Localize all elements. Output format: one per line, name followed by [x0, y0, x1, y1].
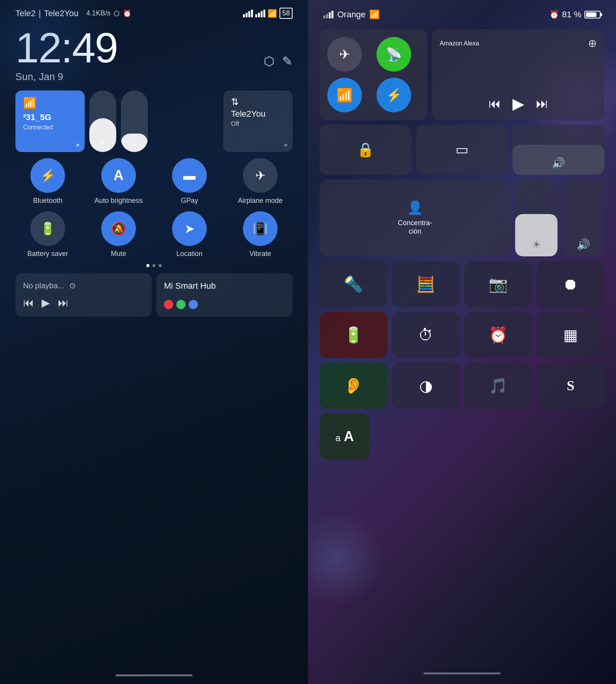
cc-battery-tile[interactable]: 🔋 — [320, 312, 387, 358]
cc-play-btn[interactable]: ▶ — [512, 95, 524, 112]
cc-row-7: a A — [320, 413, 604, 460]
gpay-circle: ▬ — [172, 158, 207, 193]
cc-icon-row-2: 🔋 ⏱ ⏰ ▦ — [320, 312, 604, 358]
mobile-status: Off — [231, 120, 285, 127]
cc-music-tile[interactable]: Amazon Alexa ⊕ ⏮ ▶ ⏭ — [432, 29, 604, 120]
cc-textsize-tile[interactable]: a A — [320, 413, 370, 460]
media-slider-icon: ♫ — [131, 137, 138, 147]
clock-date: Sun, Jan 9 — [15, 71, 293, 83]
wifi-tile[interactable]: 📶 ²31_5G Connected — [15, 90, 85, 152]
airplane-btn[interactable]: ✈ Airplane mode — [228, 158, 293, 205]
cc-volume-icon-placeholder: 🔊 — [552, 157, 565, 169]
cc-row-medium: 🔒 ▭ 🔊 — [320, 125, 604, 175]
cc-next-btn[interactable]: ⏭ — [536, 97, 548, 111]
mi-hub-card[interactable]: Mi Smart Hub — [156, 273, 293, 317]
cc-mirror-tile[interactable]: ▭ — [416, 125, 508, 175]
cc-airplay-icon[interactable]: ⊕ — [588, 37, 597, 50]
cc-alarm-tile[interactable]: ⏰ — [464, 312, 532, 358]
cc-timer-tile[interactable]: ⏱ — [392, 312, 460, 358]
location-btn[interactable]: ➤ Location — [157, 211, 222, 258]
bluetooth-label: Bluetooth — [33, 197, 62, 205]
cc-wifi-btn[interactable]: 📶 — [327, 78, 362, 112]
prev-btn-1[interactable]: ⏮ — [23, 296, 34, 309]
slider-container: ☀ ♫ — [89, 90, 219, 152]
media-card-1[interactable]: No playba... ⊙ ⏮ ▶ ⏭ — [15, 273, 152, 317]
media-controls-1: ⏮ ▶ ⏭ — [23, 296, 144, 309]
location-circle: ➤ — [172, 211, 207, 246]
mi-dot-green — [176, 300, 186, 309]
quick-tiles: 📶 ²31_5G Connected ☀ ♫ ⇅ Tele2You Off — [15, 90, 293, 152]
signal-bars-2 — [255, 10, 265, 17]
cc-timer-icon: ⏱ — [418, 326, 434, 344]
cc-brightness-slider[interactable]: ☀ — [515, 179, 557, 256]
cc-focus-icon: 👤 — [407, 200, 423, 215]
alarm-icon: ⏰ — [123, 9, 131, 18]
cc-focus-tile[interactable]: 👤 Concentra-ción — [320, 179, 511, 256]
cc-sound-search-tile[interactable]: 🎵 — [464, 363, 532, 409]
next-btn-1[interactable]: ⏭ — [58, 296, 69, 309]
vibrate-label: Vibrate — [249, 250, 271, 258]
bluetooth-icon: ⚡ — [40, 168, 55, 183]
cc-hotspot-btn[interactable]: 📡 — [377, 37, 411, 72]
auto-brightness-btn[interactable]: A Auto brightness — [86, 158, 151, 205]
media-slider[interactable]: ♫ — [121, 90, 148, 152]
signal-bar-4 — [251, 10, 253, 17]
mute-circle: 🔕 — [101, 211, 136, 246]
gpay-btn[interactable]: ▬ GPay — [157, 158, 222, 205]
mi-hub-dots — [164, 300, 285, 309]
cc-prev-btn[interactable]: ⏮ — [489, 97, 501, 111]
mobile-tile[interactable]: ⇅ Tele2You Off — [223, 90, 293, 152]
cc-hotspot-icon: 📡 — [386, 47, 402, 62]
bt-icon: ⬡ — [114, 9, 120, 18]
battery-pct-right: 81 % — [562, 10, 581, 20]
cc-icon-row-3: 👂 ◑ 🎵 S — [320, 363, 604, 409]
cc-camera-icon: 📷 — [489, 275, 508, 293]
mi-hub-title: Mi Smart Hub — [164, 281, 285, 291]
bluetooth-btn[interactable]: ⚡ Bluetooth — [15, 158, 80, 205]
cc-camera-tile[interactable]: 📷 — [464, 261, 532, 307]
cc-connectivity-group: ✈ 📡 📶 ⚡ — [320, 29, 427, 120]
play-btn-1[interactable]: ▶ — [42, 296, 50, 309]
signal-bar-1 — [243, 14, 245, 17]
cc-music-header: Amazon Alexa ⊕ — [440, 37, 597, 50]
battery-saver-btn[interactable]: 🔋 Battery saver — [15, 211, 80, 258]
cc-qr-tile[interactable]: ▦ — [537, 312, 604, 358]
settings-icon[interactable]: ⬡ — [264, 54, 275, 69]
signal-bar-5 — [255, 14, 257, 17]
cc-focus-label: Concentra-ción — [398, 219, 432, 236]
mute-icon: 🔕 — [111, 221, 126, 236]
battery-saver-label: Battery saver — [27, 250, 68, 258]
signal-bar-7 — [261, 11, 263, 17]
cc-record-tile[interactable]: ⏺ — [537, 261, 604, 307]
cc-alarm-icon: ⏰ — [489, 326, 508, 344]
cc-calculator-tile[interactable]: 🧮 — [392, 261, 460, 307]
edit-icon[interactable]: ✎ — [282, 54, 293, 69]
airplane-label: Airplane mode — [238, 197, 283, 205]
cc-icon-row-1: 🔦 🧮 📷 ⏺ — [320, 261, 604, 307]
cc-qr-icon: ▦ — [563, 326, 578, 344]
cc-flashlight-tile[interactable]: 🔦 — [320, 261, 387, 307]
status-icons-right: 📶 58 — [243, 8, 293, 19]
wifi-icon-status: 📶 — [268, 9, 277, 18]
cc-screen-lock-tile[interactable]: 🔒 — [320, 125, 412, 175]
clock-icons: ⬡ ✎ — [264, 54, 293, 69]
cc-volume-slider-placeholder[interactable]: 🔊 — [512, 125, 604, 175]
cc-bluetooth-btn[interactable]: ⚡ — [377, 78, 411, 112]
brightness-slider[interactable]: ☀ — [89, 90, 116, 152]
mi-dot-blue — [189, 300, 198, 309]
cc-sound-search-icon: 🎵 — [489, 377, 508, 395]
carrier1-label: Tele2 — [15, 8, 36, 18]
cc-contrast-tile[interactable]: ◑ — [392, 363, 460, 409]
vibrate-btn[interactable]: 📳 Vibrate — [228, 211, 293, 258]
cc-airplane-btn[interactable]: ✈ — [327, 37, 362, 72]
bluetooth-circle: ⚡ — [30, 158, 65, 193]
mute-btn[interactable]: 🔕 Mute — [86, 211, 151, 258]
cc-ear-tile[interactable]: 👂 — [320, 363, 387, 409]
wifi-icon-right: 📶 — [369, 10, 380, 20]
vibrate-circle: 📳 — [243, 211, 278, 246]
battery-status: 58 — [280, 8, 293, 19]
cc-volume-slider[interactable]: 🔊 — [562, 179, 604, 256]
wifi-name: ²31_5G — [23, 112, 77, 122]
cc-shazam-tile[interactable]: S — [537, 363, 604, 409]
cc-textsize-small-a: a — [335, 433, 340, 443]
